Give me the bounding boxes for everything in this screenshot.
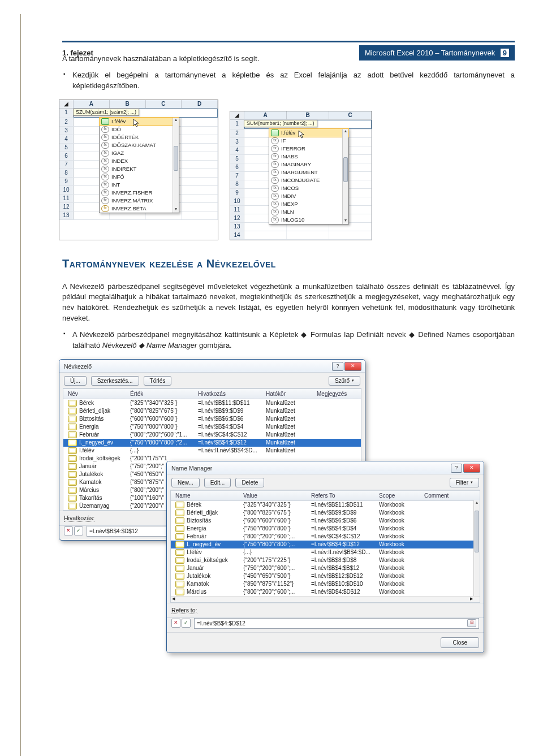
list-row[interactable]: Energia{"750"\"800"\"800"}=I.név!$B$4:$D… <box>171 525 480 533</box>
close-button[interactable]: ✕ <box>344 362 361 371</box>
list-row[interactable]: I.félév{...}=I.név:II.név!$B$4:$D...Munk… <box>63 447 361 455</box>
col-name[interactable]: Név <box>68 391 130 397</box>
close-footer-button[interactable]: Close <box>441 637 479 648</box>
cell[interactable] <box>182 135 218 143</box>
list-row[interactable]: Bérek{"325"\"340"\"325"}=I.név!$B$11:$D$… <box>171 501 480 509</box>
list-row[interactable]: Jutalékok{"450"\"650"\"500"}=I.név!$B$12… <box>171 572 480 580</box>
cell[interactable] <box>182 144 218 152</box>
dd-item[interactable]: fxINVERZ.FISHER <box>100 189 179 197</box>
cell[interactable] <box>182 178 218 185</box>
cell[interactable] <box>182 161 218 169</box>
list-row[interactable]: Energia{"750"\"800"\"800"}=I.név!$B$4:$D… <box>63 423 361 431</box>
cell[interactable] <box>182 186 218 194</box>
accept-ref-icon[interactable]: ✓ <box>74 526 83 535</box>
cell[interactable] <box>182 118 218 126</box>
help-button[interactable]: ? <box>332 362 343 371</box>
dropdown-scrollbar[interactable]: ▲▼ <box>342 129 348 224</box>
col-scope[interactable]: Hatókör <box>266 391 317 397</box>
dd-item[interactable]: fxIMARGUMENT <box>269 169 348 176</box>
dd-item[interactable]: fxIMLOG10 <box>269 216 348 224</box>
row-6[interactable]: 6 <box>230 163 244 171</box>
col-value[interactable]: Value <box>243 493 311 499</box>
row-9[interactable]: 9 <box>230 189 244 197</box>
list-row[interactable]: I._negyed_év{"750"\"800"\"800";"2...=I.n… <box>63 439 361 447</box>
dd-item[interactable]: fxIMAGINARY <box>269 161 348 169</box>
row-13[interactable]: 13 <box>59 211 74 219</box>
row-4[interactable]: 4 <box>230 146 244 154</box>
list-row[interactable]: Bérleti_díjak{"800"\"825"\"675"}=I.név!$… <box>63 407 361 415</box>
refersto-input[interactable]: =I.név!$B$4:$D$12 ⊞ <box>194 618 479 629</box>
dd-item[interactable]: fxIMCOS <box>269 184 348 192</box>
edit-button[interactable]: Szerkesztés... <box>91 376 139 386</box>
row-3[interactable]: 3 <box>230 138 244 146</box>
row-7[interactable]: 7 <box>59 161 74 169</box>
dd-item[interactable]: fxINVERZ.BÉTA <box>100 205 179 213</box>
autocomplete-dropdown-hu[interactable]: I.félév fxIDŐfxIDŐÉRTÉKfxIDŐSZAKI.KAMATf… <box>99 117 179 213</box>
list-row[interactable]: Bérleti_díjak{"800"\"825"\"675"}=I.név!$… <box>171 509 480 517</box>
list-row[interactable]: Március{"800";"200";"600";...=I.név!$D$4… <box>171 588 480 596</box>
row-10[interactable]: 10 <box>230 197 244 205</box>
col-comment[interactable]: Megjegyzés <box>317 391 356 397</box>
list-row[interactable]: Irodai_költségek{"200"\"175"\"225"}=I.né… <box>171 556 480 564</box>
row-8[interactable]: 8 <box>230 180 244 188</box>
cell[interactable] <box>182 195 218 202</box>
col-refersto[interactable]: Refers To <box>311 493 379 499</box>
list-row[interactable]: Kamatok{"850"\"875"\"1152"}=I.név!$B$10:… <box>171 580 480 588</box>
col-scope[interactable]: Scope <box>379 493 424 499</box>
col-name[interactable]: Name <box>175 493 243 499</box>
list-header[interactable]: Név Érték Hivatkozás Hatókör Megjegyzés <box>63 388 361 399</box>
cell[interactable] <box>182 169 218 177</box>
cell[interactable] <box>287 231 329 239</box>
col-c[interactable]: C <box>329 111 372 119</box>
list-row[interactable]: I.félév{...}=I.név:II.név!$B$4:$D...Work… <box>171 548 480 556</box>
list-hscrollbar[interactable]: ◀ ▶ <box>171 596 480 602</box>
dd-item[interactable]: fxIMDIV <box>269 192 348 200</box>
row-1[interactable]: 1 <box>59 109 74 118</box>
col-value[interactable]: Érték <box>130 391 198 397</box>
row-1[interactable]: 1 <box>230 120 244 129</box>
cell[interactable] <box>244 231 287 239</box>
row-11[interactable]: 11 <box>59 195 74 202</box>
dd-item-highlight[interactable]: I.félév <box>269 129 348 137</box>
list-row[interactable]: Biztosítás{"600"\"600"\"600"}=I.név!$B$6… <box>171 517 480 525</box>
col-b[interactable]: B <box>110 100 146 108</box>
list-row[interactable]: I._negyed_év{"750"\"800"\"800";...=I.név… <box>171 541 480 548</box>
row-2[interactable]: 2 <box>230 129 244 137</box>
row-13[interactable]: 13 <box>230 223 244 231</box>
cell[interactable] <box>182 203 218 211</box>
row-7[interactable]: 7 <box>230 172 244 180</box>
row-5[interactable]: 5 <box>59 144 74 152</box>
dd-item[interactable]: fxIFERROR <box>269 145 348 153</box>
dd-item[interactable]: fxIGAZ <box>100 149 179 157</box>
list-row[interactable]: Január{"750";"200";"600";...=I.név!$B$4:… <box>171 564 480 572</box>
dd-item[interactable]: fxINVERZ.MÁTRIX <box>100 197 179 205</box>
select-all-corner[interactable]: ◢ <box>230 111 244 119</box>
new-button[interactable]: Új... <box>64 376 87 386</box>
dd-item[interactable]: fxINDEX <box>100 157 179 165</box>
row-10[interactable]: 10 <box>59 186 74 194</box>
accept-ref-icon[interactable]: ✓ <box>182 619 191 628</box>
dd-item[interactable]: fxIMCONJUGATE <box>269 176 348 184</box>
collapse-dialog-icon[interactable]: ⊞ <box>467 619 476 627</box>
dd-item[interactable]: fxINT <box>100 181 179 189</box>
autocomplete-dropdown-en[interactable]: I.félév fxIFfxIFERRORfxIMABSfxIMAGINARYf… <box>269 128 349 224</box>
dropdown-scrollbar[interactable]: ▲▼ <box>173 118 179 213</box>
list-row[interactable]: Biztosítás{"600"\"600"\"600"}=I.név!$B$6… <box>63 415 361 423</box>
row-8[interactable]: 8 <box>59 169 74 177</box>
col-a[interactable]: A <box>74 100 110 108</box>
dd-item-highlight[interactable]: I.félév <box>100 118 179 126</box>
list-scrollbar[interactable]: ▲▼ <box>473 500 480 602</box>
list-row[interactable]: Február{"800";"200";"600";...=I.név!$C$4… <box>171 533 480 541</box>
list-row[interactable]: Február{"800";"200";"600";"1...=I.név!$C… <box>63 431 361 439</box>
delete-button[interactable]: Delete <box>235 478 264 487</box>
col-c[interactable]: C <box>146 100 182 108</box>
dd-item[interactable]: fxIMLN <box>269 208 348 216</box>
close-button[interactable]: ✕ <box>463 464 480 473</box>
cell[interactable] <box>182 152 218 160</box>
row-4[interactable]: 4 <box>59 135 74 143</box>
new-button[interactable]: New... <box>171 478 200 487</box>
col-refersto[interactable]: Hivatkozás <box>198 391 266 397</box>
cell[interactable] <box>182 211 218 219</box>
dd-item[interactable]: fxIMEXP <box>269 200 348 208</box>
delete-button[interactable]: Törlés <box>144 376 172 386</box>
